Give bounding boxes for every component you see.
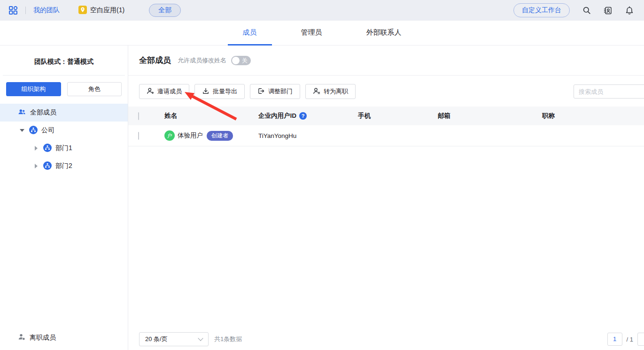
tree-item-label: 部门2 (55, 162, 72, 170)
adjust-department-label: 调整部门 (268, 87, 293, 96)
creator-badge: 创建者 (207, 131, 233, 141)
topbar: 我的团队 空白应用(1) 全部 自定义工作台 (0, 0, 644, 21)
tree-item-label: 公司 (41, 126, 54, 135)
tab-members[interactable]: 成员 (228, 21, 272, 46)
toggle-knob (232, 57, 240, 64)
set-resigned-button[interactable]: 转为离职 (305, 84, 356, 99)
tree-item-label: 全部成员 (30, 108, 56, 117)
help-icon[interactable]: ? (299, 112, 307, 120)
team-name-link[interactable]: 我的团队 (33, 6, 60, 15)
table-header-row: 姓名 企业内用户ID ? 手机 邮箱 职称 (128, 107, 644, 125)
org-icon (43, 144, 52, 153)
org-icon (43, 161, 52, 171)
tab-admins[interactable]: 管理员 (286, 21, 337, 46)
select-all-checkbox[interactable] (138, 112, 139, 120)
tree-item-company[interactable]: 公司 (0, 122, 128, 139)
col-header-title: 职称 (542, 112, 644, 120)
resigned-person-icon (18, 333, 25, 342)
tree-item-dept1[interactable]: 部门1 (0, 139, 128, 157)
page-size-value: 20 条/页 (145, 335, 168, 343)
download-icon (202, 87, 209, 96)
apps-grid-icon[interactable] (8, 6, 18, 15)
app-pin-icon (78, 6, 87, 15)
invite-member-label: 邀请成员 (157, 87, 182, 96)
avatar: 户 (164, 130, 175, 141)
transfer-icon (257, 87, 265, 96)
members-table: 姓名 企业内用户ID ? 手机 邮箱 职称 户 体验用户 创建者 TiYanYo… (128, 107, 644, 146)
segment-roles[interactable]: 角色 (67, 82, 122, 96)
total-count-text: 共1条数据 (214, 335, 242, 343)
caret-right-icon[interactable] (35, 164, 38, 168)
table-row[interactable]: 户 体验用户 创建者 TiYanYongHu (128, 125, 644, 146)
invite-person-icon (147, 87, 154, 96)
team-mode-label: 团队模式：普通模式 (0, 46, 128, 75)
search-icon[interactable] (582, 6, 591, 15)
page-size-select[interactable]: 20 条/页 (139, 332, 209, 346)
col-header-name: 姓名 (155, 112, 258, 120)
search-member-input[interactable] (574, 84, 644, 99)
member-user-id: TiYanYongHu (258, 132, 358, 139)
segment-org-structure[interactable]: 组织架构 (6, 82, 61, 96)
col-header-phone: 手机 (358, 112, 438, 120)
adjust-department-button[interactable]: 调整部门 (250, 84, 300, 99)
batch-export-button[interactable]: 批量导出 (194, 84, 245, 99)
next-page-button[interactable] (637, 333, 644, 346)
chevron-down-icon (198, 335, 203, 341)
scope-all-pill[interactable]: 全部 (149, 4, 181, 17)
resigned-members-label: 离职成员 (30, 334, 56, 342)
toggle-state-text: 关 (242, 56, 248, 64)
org-sidebar: 团队模式：普通模式 组织架构 角色 全部成员 (0, 46, 128, 350)
tab-external-contacts[interactable]: 外部联系人 (351, 21, 417, 46)
page-title: 全部成员 (139, 55, 171, 66)
tree-item-dept2[interactable]: 部门2 (0, 157, 128, 175)
allow-rename-label: 允许成员修改姓名 (178, 56, 226, 65)
org-icon (29, 126, 38, 136)
col-header-userid: 企业内用户ID (258, 112, 296, 120)
invite-member-button[interactable]: 邀请成员 (139, 84, 189, 99)
page-number-input[interactable]: 1 (607, 333, 622, 346)
allow-rename-toggle[interactable]: 关 (231, 56, 251, 65)
table-footer: 20 条/页 共1条数据 1 / 1 (139, 332, 644, 346)
custom-workbench-button[interactable]: 自定义工作台 (513, 3, 570, 17)
col-header-email: 邮箱 (438, 112, 542, 120)
app-name: 空白应用(1) (90, 6, 124, 15)
person-x-icon (313, 87, 320, 96)
tree-item-all-members[interactable]: 全部成员 (0, 104, 128, 122)
caret-right-icon[interactable] (35, 146, 38, 151)
set-resigned-label: 转为离职 (324, 87, 348, 96)
tree-item-label: 部门1 (55, 144, 72, 152)
members-panel: 全部成员 允许成员修改姓名 关 邀请成员 (128, 46, 644, 350)
row-checkbox[interactable] (138, 132, 139, 140)
bell-icon[interactable] (625, 6, 634, 15)
org-tree: 全部成员 公司 (0, 101, 128, 175)
batch-export-label: 批量导出 (213, 87, 237, 96)
topbar-divider (25, 7, 26, 14)
contacts-icon[interactable] (604, 6, 613, 15)
member-name: 体验用户 (178, 131, 203, 140)
caret-down-icon[interactable] (20, 129, 24, 132)
resigned-members-link[interactable]: 离职成员 (0, 333, 128, 350)
people-icon (18, 108, 26, 118)
current-app-chip[interactable]: 空白应用(1) (78, 6, 124, 15)
page-total-text: / 1 (627, 336, 633, 343)
section-tabbar: 成员 管理员 外部联系人 (0, 21, 644, 46)
